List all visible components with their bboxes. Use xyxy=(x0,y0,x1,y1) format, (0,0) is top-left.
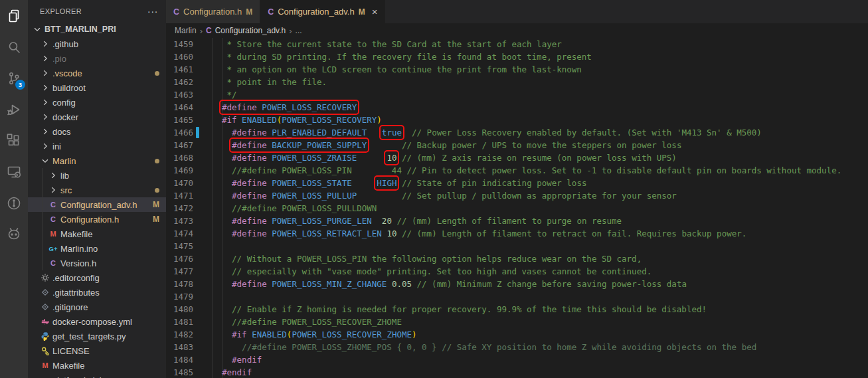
chevron-right-icon xyxy=(40,141,50,151)
line-number: 1464 xyxy=(166,101,193,114)
code-token: #define xyxy=(222,102,257,112)
tree-item-src[interactable]: src xyxy=(28,183,166,197)
tree-item-lib[interactable]: lib xyxy=(28,168,166,183)
code-token xyxy=(352,178,377,188)
tab-configuration-adv-h[interactable]: CConfiguration_adv.hM× xyxy=(260,0,385,23)
code-token: * point in the file. xyxy=(222,77,327,87)
tree-item--vscode[interactable]: .vscode xyxy=(28,66,166,80)
tree-item-docker[interactable]: docker xyxy=(28,110,166,124)
line-number: 1484 xyxy=(166,353,193,366)
tree-item-docker-compose-yml[interactable]: docker-compose.yml xyxy=(28,314,166,329)
code-text: * during SD printing. If the recovery fi… xyxy=(222,52,592,62)
tree-item-configuration-h[interactable]: CConfiguration.hM xyxy=(28,212,166,227)
breadcrumb-label: ... xyxy=(296,26,302,35)
more-actions-icon[interactable]: ··· xyxy=(147,8,158,15)
tree-item-config[interactable]: config xyxy=(28,95,166,110)
tree-item-makefile[interactable]: MMakefile xyxy=(28,227,166,241)
code-token: // (mm) Z axis raise on resume (on power… xyxy=(402,153,677,163)
activity-item-gitlens[interactable] xyxy=(0,187,28,219)
modified-dot xyxy=(155,159,159,163)
tree-item-version-h[interactable]: CVersion.h xyxy=(28,256,166,270)
close-icon[interactable]: × xyxy=(372,7,378,17)
code-line: 1463 */ xyxy=(166,88,868,101)
tree-item-label: Makefile xyxy=(60,229,92,239)
code-token: POWER_LOSS_RECOVERY xyxy=(262,102,357,112)
tree-item-btt-marlin-pri[interactable]: BTT_MARLIN_PRI xyxy=(28,22,166,37)
tree-item-decorations xyxy=(155,188,166,193)
tree-item-marlin-ino[interactable]: G+Marlin.ino xyxy=(28,241,166,256)
code-line: 1470 #define POWER_LOSS_STATE HIGH // St… xyxy=(166,177,868,189)
tree-item-platformio-ini[interactable]: ≡platformio.ini xyxy=(28,373,166,378)
c-file-icon: C xyxy=(173,7,179,17)
tree-item-get-test-targets-py[interactable]: get_test_targets.py xyxy=(28,329,166,343)
code-token: POWER_LOSS_RECOVER_ZHOME xyxy=(292,330,412,339)
git-icon xyxy=(40,287,50,298)
code-token: // Power Loss Recovery enabled by defaul… xyxy=(412,128,762,138)
line-number: 1478 xyxy=(166,278,193,290)
activity-item-run-debug[interactable] xyxy=(0,94,28,125)
annotation-box: 10 xyxy=(387,153,396,163)
code-line: 1475 xyxy=(166,240,868,252)
code-line: 1460 * during SD printing. If the recove… xyxy=(166,50,868,63)
code-token: POWER_LOSS_PURGE_LEN xyxy=(272,216,372,226)
code-token: #endif xyxy=(232,355,262,365)
tab-configuration-h[interactable]: CConfiguration.hM xyxy=(166,0,260,23)
tree-item-marlin[interactable]: Marlin xyxy=(28,153,166,168)
tree-item--gitignore[interactable]: .gitignore xyxy=(28,300,166,314)
activity-item-remote-explorer[interactable] xyxy=(0,156,28,187)
breadcrumb-segment[interactable]: ... xyxy=(296,26,302,35)
breadcrumb-segment[interactable]: CConfiguration_adv.h xyxy=(206,26,286,35)
code-token xyxy=(237,115,242,125)
tree-item-docs[interactable]: docs xyxy=(28,124,166,139)
activity-item-explorer[interactable] xyxy=(0,0,28,31)
tree-item-makefile[interactable]: MMakefile xyxy=(28,358,166,373)
tree-item-configuration-adv-h[interactable]: CConfiguration_adv.hM xyxy=(28,197,166,212)
tree-item--gitattributes[interactable]: .gitattributes xyxy=(28,285,166,300)
tree-item-license[interactable]: LICENSE xyxy=(28,343,166,358)
code-line: 1464#define POWER_LOSS_RECOVERY xyxy=(166,101,868,114)
code-token: // Backup power / UPS to move the steppe… xyxy=(402,140,681,150)
code-line: 1483 //#define POWER_LOSS_ZHOME_POS { 0,… xyxy=(166,341,868,353)
code-token: //#define POWER_LOSS_PIN 44 // Pin to de… xyxy=(222,165,841,175)
code-token: #endif xyxy=(222,367,252,377)
breadcrumb-label: Marlin xyxy=(175,26,197,35)
tree-item--github[interactable]: .github xyxy=(28,37,166,51)
code-text: #endif xyxy=(222,367,252,377)
tree-item-label: docker xyxy=(52,112,78,122)
activity-item-source-control[interactable]: 3 xyxy=(0,62,28,94)
code-text: #define POWER_LOSS_RETRACT_LEN 10 // (mm… xyxy=(222,229,746,238)
gitlens-icon xyxy=(6,195,22,211)
tree-item-ini[interactable]: ini xyxy=(28,139,166,153)
tree-item-label: BTT_MARLIN_PRI xyxy=(44,25,116,34)
code-line: 1465#if ENABLED(POWER_LOSS_RECOVERY) xyxy=(166,114,868,126)
tree-item-label: .gitignore xyxy=(52,302,88,312)
docker-icon xyxy=(40,316,50,327)
code-line: 1485#endif xyxy=(166,366,868,378)
code-token: HIGH xyxy=(377,178,396,188)
chevron-right-icon xyxy=(40,68,50,78)
line-number: 1481 xyxy=(166,316,193,328)
code-line: 1472 //#define POWER_LOSS_PULLDOWN xyxy=(166,202,868,215)
code-token xyxy=(222,178,232,188)
code-token: #define xyxy=(232,191,267,201)
activity-item-search[interactable] xyxy=(0,31,28,62)
code-token xyxy=(222,216,232,226)
code-token: #if xyxy=(222,115,237,125)
tree-item-label: docker-compose.yml xyxy=(52,317,132,327)
code-token: // Set pullup / pulldown as appropriate … xyxy=(402,191,677,201)
remote-explorer-icon xyxy=(6,164,22,180)
chevron-right-icon xyxy=(48,170,58,181)
explorer-sidebar: EXPLORER ··· BTT_MARLIN_PRI.github.pio.v… xyxy=(28,0,166,378)
modified-dot xyxy=(155,188,159,193)
code-text: */ xyxy=(222,90,237,100)
tree-item-label: .gitattributes xyxy=(52,288,100,298)
code-line: 1467 #define BACKUP_POWER_SUPPLY // Back… xyxy=(166,139,868,151)
tree-item-buildroot[interactable]: buildroot xyxy=(28,80,166,95)
tree-item--editorconfig[interactable]: .editorconfig xyxy=(28,270,166,285)
breadcrumb-segment[interactable]: Marlin xyxy=(175,26,197,35)
code-token: POWER_LOSS_RETRACT_LEN xyxy=(272,229,382,238)
tree-item--pio[interactable]: .pio xyxy=(28,51,166,66)
activity-item-extensions[interactable] xyxy=(0,125,28,156)
activity-item-platformio[interactable] xyxy=(0,219,28,250)
code-editor[interactable]: 1459 * Store the current state to the SD… xyxy=(166,38,868,378)
